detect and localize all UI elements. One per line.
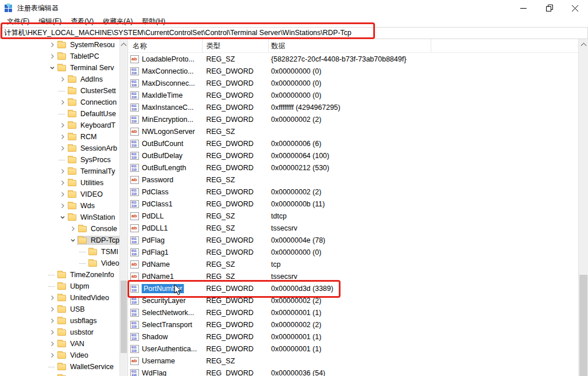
chevron-right-icon[interactable] — [59, 167, 67, 175]
tree-item[interactable]: RCM — [0, 131, 119, 143]
chevron-right-icon[interactable] — [48, 328, 56, 336]
tree-item[interactable]: VAN — [0, 338, 119, 350]
minimize-button[interactable] — [510, 0, 536, 16]
value-name[interactable]: MinEncryption... — [142, 116, 194, 124]
value-name[interactable]: SelectNetwork... — [142, 309, 194, 317]
close-button[interactable] — [562, 0, 588, 16]
scroll-up-icon[interactable] — [120, 39, 127, 48]
menu-item[interactable]: 编辑(E) — [34, 16, 66, 27]
list-scrollbar[interactable] — [578, 39, 588, 376]
tree-scrollbar[interactable] — [119, 39, 127, 376]
tree-item[interactable]: WalletService — [0, 361, 119, 373]
registry-value-row[interactable]: 011110ShadowREG_DWORD0x00000001 (1) — [128, 331, 578, 343]
value-name[interactable]: Password — [142, 176, 173, 184]
value-name[interactable]: WdFlag — [142, 369, 167, 376]
value-name[interactable]: PdClass1 — [142, 200, 173, 208]
tree-item[interactable]: Ubpm — [0, 281, 119, 292]
value-name[interactable]: PdDLL1 — [142, 224, 168, 232]
value-name[interactable]: Shadow — [142, 333, 168, 341]
value-name[interactable]: PdName — [142, 260, 170, 268]
tree-item[interactable]: Video — [0, 350, 119, 361]
tree-item[interactable]: WinStation — [0, 212, 119, 223]
tree-item[interactable]: usbflags — [0, 315, 119, 327]
value-name[interactable]: MaxConnectio... — [142, 67, 194, 75]
chevron-right-icon[interactable] — [48, 41, 56, 49]
menu-item[interactable]: 文件(F) — [2, 16, 34, 27]
value-name[interactable]: MaxInstanceC... — [142, 103, 194, 112]
tree-item[interactable] — [0, 373, 119, 376]
restore-button[interactable] — [536, 0, 562, 16]
registry-value-row[interactable]: 011110WdFlagREG_DWORD0x00000036 (54) — [128, 367, 578, 376]
value-name[interactable]: SecurityLayer — [142, 297, 185, 305]
registry-value-row[interactable]: PdName1REG_SZtssecsrv — [128, 270, 578, 282]
registry-value-row[interactable]: NWLogonServerREG_SZ — [128, 125, 578, 137]
value-name[interactable]: UserAuthentica... — [142, 345, 197, 353]
chevron-right-icon[interactable] — [48, 305, 56, 313]
registry-value-row[interactable]: 011110SelectNetwork...REG_DWORD0x0000000… — [128, 306, 578, 319]
value-name[interactable]: NWLogonServer — [142, 128, 195, 136]
value-name[interactable]: PdName1 — [142, 273, 174, 281]
registry-value-row[interactable]: PdDLLREG_SZtdtcp — [128, 210, 578, 222]
value-name[interactable]: PdFlag1 — [142, 248, 169, 256]
chevron-right-icon[interactable] — [59, 202, 67, 210]
tree-item[interactable]: Utilities — [0, 177, 119, 189]
address-bar[interactable]: 计算机\HKEY_LOCAL_MACHINE\SYSTEM\CurrentCon… — [0, 27, 588, 39]
tree-item[interactable]: SystemResou — [0, 39, 119, 51]
registry-value-row[interactable]: 011110UserAuthentica...REG_DWORD0x000000… — [128, 343, 578, 355]
tree-item[interactable]: SessionArb — [0, 143, 119, 154]
value-name[interactable]: MaxDisconnec... — [142, 79, 195, 87]
value-name[interactable]: PdDLL — [142, 212, 164, 220]
value-name[interactable]: MaxIdleTime — [142, 91, 183, 99]
tree-item[interactable]: Video — [0, 258, 119, 269]
tree-item[interactable]: Terminal Serv — [0, 62, 119, 74]
registry-value-row[interactable]: UsernameREG_SZ — [128, 355, 578, 367]
registry-value-row[interactable]: LoadableProto...REG_SZ{5828227c-20cf-440… — [128, 53, 578, 65]
column-header-type[interactable]: 类型 — [203, 39, 269, 53]
menu-item[interactable]: 帮助(H) — [137, 16, 170, 27]
registry-value-row[interactable]: PasswordREG_SZ — [128, 174, 578, 186]
tree-item[interactable]: usbstor — [0, 327, 119, 338]
chevron-right-icon[interactable] — [48, 340, 56, 348]
value-name[interactable]: OutBufCount — [142, 140, 183, 148]
chevron-right-icon[interactable] — [48, 52, 56, 60]
chevron-down-icon[interactable] — [69, 236, 77, 244]
registry-value-row[interactable]: 011110PdFlagREG_DWORD0x0000004e (78) — [128, 234, 578, 246]
menu-item[interactable]: 收藏夹(A) — [98, 16, 137, 27]
value-name[interactable]: PdClass — [142, 188, 169, 196]
chevron-right-icon[interactable] — [48, 351, 56, 359]
column-header-name[interactable]: 名称 — [128, 39, 203, 53]
menu-item[interactable]: 查看(V) — [66, 16, 98, 27]
chevron-down-icon[interactable] — [59, 213, 67, 221]
registry-value-row[interactable]: PdNameREG_SZtcp — [128, 258, 578, 270]
scroll-up-icon[interactable] — [579, 39, 588, 48]
list-scrollbar-thumb[interactable] — [579, 275, 587, 376]
chevron-right-icon[interactable] — [59, 190, 67, 198]
registry-value-row[interactable]: 011110MaxIdleTimeREG_DWORD0x00000000 (0) — [128, 89, 578, 101]
tree-item[interactable]: USB — [0, 304, 119, 315]
value-name[interactable]: PdFlag — [142, 236, 165, 244]
tree-item[interactable]: TSMI — [0, 246, 119, 258]
tree-item[interactable]: TabletPC — [0, 51, 119, 62]
registry-value-row[interactable]: 011110SelectTransportREG_DWORD0x00000002… — [128, 319, 578, 331]
chevron-right-icon[interactable] — [59, 75, 67, 83]
value-name[interactable]: OutBufDelay — [142, 152, 183, 160]
column-header-data[interactable]: 数据 — [269, 39, 431, 53]
tree-item[interactable]: RDP-Tcp — [0, 235, 119, 246]
tree-item[interactable]: Connection — [0, 97, 119, 108]
value-name-selected[interactable]: PortNumber — [142, 284, 184, 293]
registry-value-row[interactable]: 011110PdClass1REG_DWORD0x0000000b (11) — [128, 198, 578, 210]
registry-value-row[interactable]: 011110MaxInstanceC...REG_DWORD0xffffffff… — [128, 101, 578, 113]
registry-value-row[interactable]: 011110PortNumberREG_DWORD0x00000d3d (338… — [128, 282, 578, 294]
chevron-right-icon[interactable] — [48, 294, 56, 302]
chevron-right-icon[interactable] — [59, 179, 67, 187]
registry-value-row[interactable]: 011110PdFlag1REG_DWORD0x00000000 (0) — [128, 246, 578, 258]
chevron-down-icon[interactable] — [48, 64, 56, 72]
chevron-right-icon[interactable] — [59, 133, 67, 141]
tree-scrollbar-thumb[interactable] — [121, 281, 127, 353]
chevron-right-icon[interactable] — [48, 317, 56, 325]
registry-value-row[interactable]: 011110MinEncryption...REG_DWORD0x0000000… — [128, 113, 578, 125]
tree-item[interactable]: TerminalTy — [0, 166, 119, 177]
tree-item[interactable]: AddIns — [0, 74, 119, 85]
registry-value-row[interactable]: 011110OutBufCountREG_DWORD0x00000006 (6) — [128, 137, 578, 149]
value-name[interactable]: Username — [142, 357, 175, 365]
